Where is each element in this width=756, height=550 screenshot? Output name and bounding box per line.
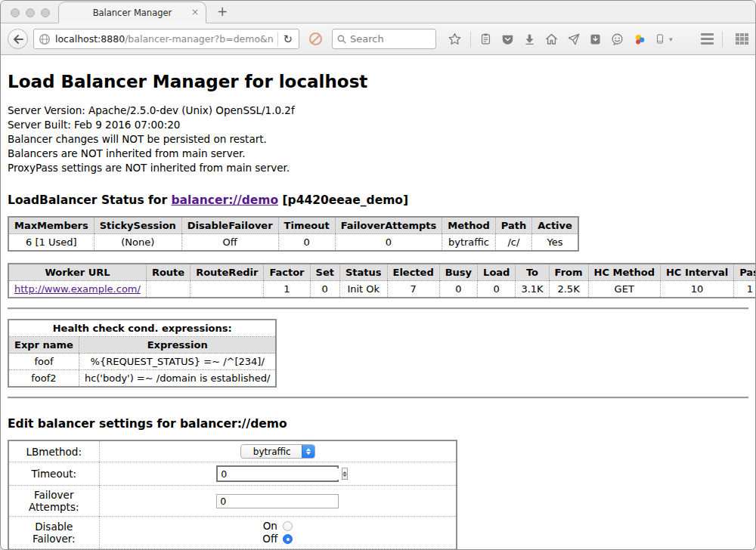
close-window-button[interactable] xyxy=(11,8,20,17)
col-busy: Busy xyxy=(439,264,477,281)
cell-busy: 0 xyxy=(439,281,477,298)
search-input[interactable] xyxy=(350,33,431,45)
balancer-demo-link[interactable]: balancer://demo xyxy=(171,193,278,207)
table-header-row: Expr name Expression xyxy=(8,337,276,354)
minimize-window-button[interactable] xyxy=(26,8,35,17)
cell-load: 0 xyxy=(478,281,516,298)
col-disablefailover: DisableFailover xyxy=(181,217,278,234)
home-icon[interactable] xyxy=(544,32,559,46)
col-expr-name: Expr name xyxy=(8,337,79,354)
cell-hc-interval: 10 xyxy=(660,281,733,298)
save-page-icon[interactable] xyxy=(589,32,602,46)
col-routeredir: RouteRedir xyxy=(191,264,264,281)
col-load: Load xyxy=(478,264,516,281)
timeout-row: Timeout: xyxy=(8,462,457,486)
radio-on[interactable] xyxy=(283,521,293,531)
timeout-input[interactable] xyxy=(218,468,342,480)
cell-worker-url: http://www.example.com/ xyxy=(8,281,146,298)
device-sync-icon[interactable] xyxy=(655,32,665,46)
radio-off-label: Off xyxy=(262,533,277,545)
col-route: Route xyxy=(146,264,190,281)
col-passes: Passes xyxy=(734,264,755,281)
worker-url-link[interactable]: http://www.example.com/ xyxy=(14,283,141,295)
url-bar[interactable]: localhost:8880/balancer-manager?b=demo&n… xyxy=(33,29,299,49)
chat-smiley-icon[interactable] xyxy=(610,32,624,46)
cell-path: /c/ xyxy=(495,234,531,252)
cell-disablefailover: Off xyxy=(181,234,278,252)
browser-window: Balancer Manager × + localhost:8880/bala… xyxy=(0,0,756,550)
window-controls[interactable] xyxy=(11,8,50,17)
tab-strip: Balancer Manager × + xyxy=(1,1,755,23)
cell-route xyxy=(146,281,190,298)
url-divider xyxy=(277,32,278,46)
radio-off[interactable] xyxy=(283,534,293,544)
menu-icon[interactable] xyxy=(701,33,714,45)
reload-icon[interactable]: ↻ xyxy=(283,32,294,46)
cell-expression: %{REQUEST_STATUS} =~ /^[234]/ xyxy=(79,354,276,370)
toolbar-divider-2 xyxy=(722,32,723,47)
url-host: localhost:8880 xyxy=(55,33,125,45)
back-arrow-icon xyxy=(13,35,23,44)
url-input[interactable]: localhost:8880/balancer-manager?b=demo&n… xyxy=(55,33,273,45)
cell-active: Yes xyxy=(532,234,578,252)
page-title: Load Balancer Manager for localhost xyxy=(8,72,748,91)
content-blocked-icon[interactable] xyxy=(309,32,322,45)
globe-icon xyxy=(39,33,51,45)
health-row: foof2 hc('body') =~ /domain is establish… xyxy=(8,370,276,388)
grid-icon[interactable] xyxy=(736,33,748,45)
col-path: Path xyxy=(495,217,531,234)
cell-hc-method: GET xyxy=(588,281,660,298)
health-title-row: Health check cond. expressions: xyxy=(8,320,276,337)
health-table-title: Health check cond. expressions: xyxy=(8,320,276,337)
lbmethod-row: LBmethod: bytraffic xyxy=(8,440,457,462)
select-stepper-icon xyxy=(302,444,314,459)
inherit-note: Balancers are NOT inherited from main se… xyxy=(8,147,748,161)
col-method: Method xyxy=(442,217,495,234)
health-row: foof %{REQUEST_STATUS} =~ /^[234]/ xyxy=(8,354,276,370)
table-header-row: MaxMembers StickySession DisableFailover… xyxy=(8,217,578,234)
timeout-input-wrap xyxy=(216,465,339,482)
back-button[interactable] xyxy=(8,29,28,49)
pocket-icon[interactable] xyxy=(500,32,515,46)
server-version: Server Version: Apache/2.5.0-dev (Unix) … xyxy=(8,104,748,118)
send-tab-icon[interactable] xyxy=(567,32,581,46)
col-stickysession: StickySession xyxy=(94,217,181,234)
cell-from: 2.5K xyxy=(549,281,588,298)
cell-status: Init Ok xyxy=(339,281,387,298)
col-elected: Elected xyxy=(387,264,439,281)
zoom-window-button[interactable] xyxy=(41,8,50,17)
cell-passes: 1 (0) xyxy=(734,281,755,298)
col-timeout: Timeout xyxy=(278,217,335,234)
cell-expression: hc('body') =~ /domain is established/ xyxy=(79,370,276,388)
divider xyxy=(8,307,748,310)
cell-set: 0 xyxy=(310,281,339,298)
worker-row: http://www.example.com/ 1 0 Init Ok 7 0 … xyxy=(8,281,755,298)
persist-note: Balancer changes will NOT be persisted o… xyxy=(8,132,748,147)
cell-elected: 7 xyxy=(387,281,439,298)
cell-maxmembers: 6 [1 Used] xyxy=(8,234,94,252)
edit-settings-heading: Edit balancer settings for balancer://de… xyxy=(8,417,748,431)
status-heading-suffix: [p4420eeae_demo] xyxy=(278,193,408,207)
cell-to: 3.1K xyxy=(516,281,549,298)
lbmethod-label: LBmethod: xyxy=(8,440,99,462)
table-row: 6 [1 Used] (None) Off 0 0 bytraffic /c/ … xyxy=(8,234,578,252)
col-expression: Expression xyxy=(79,337,276,354)
toolbar-icons: ▾ xyxy=(448,32,748,47)
search-box[interactable] xyxy=(332,29,436,49)
health-check-table: Health check cond. expressions: Expr nam… xyxy=(8,319,277,388)
tab-close-icon[interactable]: × xyxy=(191,7,199,17)
downloads-icon[interactable] xyxy=(523,32,536,46)
number-stepper-icon[interactable] xyxy=(342,468,348,480)
cell-stickysession: (None) xyxy=(94,234,181,252)
bookmark-star-icon[interactable] xyxy=(448,32,462,46)
failover-attempts-input[interactable] xyxy=(216,494,339,508)
timeout-label: Timeout: xyxy=(8,462,99,486)
lbmethod-select[interactable]: bytraffic xyxy=(240,444,315,459)
reading-list-icon[interactable] xyxy=(479,32,492,46)
tab-balancer-manager[interactable]: Balancer Manager × xyxy=(58,2,206,23)
colored-dots-icon[interactable] xyxy=(633,32,646,46)
device-caret-icon[interactable]: ▾ xyxy=(669,36,673,43)
col-from: From xyxy=(549,264,588,281)
new-tab-button[interactable]: + xyxy=(217,4,228,19)
search-icon xyxy=(337,34,346,45)
